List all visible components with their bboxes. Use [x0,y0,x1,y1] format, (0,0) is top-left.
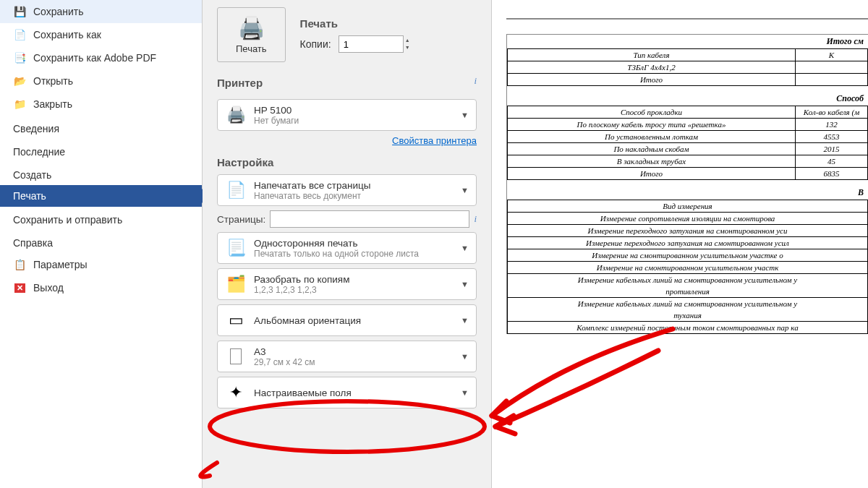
open-icon: 📂 [13,74,26,87]
orientation-select[interactable]: ▭ Альбомная ориентация ▼ [217,304,477,336]
menu-label: Выход [33,282,64,294]
printer-device-icon: 🖨️ [225,104,247,126]
page-icon [225,346,247,367]
pages-label: Страницы: [217,214,265,225]
close-folder-icon: 📁 [13,98,26,111]
menu-recent[interactable]: Последние [0,139,202,162]
collate-icon: 🗂️ [225,273,247,295]
print-section-title: Печать [300,17,477,30]
chevron-down-icon: ▼ [461,280,469,288]
duplex-icon: 📃 [225,237,247,259]
print-preview: Итого см Тип кабеляК ТЗБлГ 4x4x1,2 Итого… [492,0,868,488]
landscape-icon: ▭ [225,309,247,331]
spin-down-icon[interactable]: ▼ [405,44,410,51]
printer-properties-link[interactable]: Свойства принтера [217,135,477,146]
chevron-down-icon: ▼ [461,111,469,119]
paper-main: A3 [254,346,461,357]
range-sub: Напечатать весь документ [254,191,461,201]
copies-spinner[interactable]: ▲▼ [339,35,410,53]
menu-exit[interactable]: ✕Выход [0,276,202,299]
info-icon[interactable]: i [474,213,477,225]
pdf-icon: 📑 [13,51,26,64]
save-icon: 💾 [13,5,26,18]
printer-section-title: Принтер [217,77,263,89]
save-as-icon: 📄 [13,28,26,41]
info-icon[interactable]: i [474,75,477,87]
menu-label: Сохранить [33,6,84,17]
menu-save[interactable]: 💾Сохранить [0,0,202,23]
menu-label: Сохранить как [33,29,101,40]
doc-heading: Итого см [507,35,868,48]
printer-name: HP 5100 [254,105,461,116]
copies-input[interactable] [339,35,404,53]
options-icon: 📋 [13,258,26,271]
chevron-down-icon: ▼ [461,352,469,361]
collate-main: Разобрать по копиям [254,274,461,285]
margins-select[interactable]: ✦ Настраиваемые поля ▼ [217,377,477,408]
margins-main: Настраиваемые поля [254,388,461,398]
print-button-label: Печать [236,43,267,54]
pages-icon: 📄 [225,179,247,201]
collate-sub: 1,2,3 1,2,3 1,2,3 [254,285,461,295]
printer-select[interactable]: 🖨️ HP 5100 Нет бумаги ▼ [217,99,477,131]
menu-print[interactable]: Печать [0,185,202,207]
collate-select[interactable]: 🗂️ Разобрать по копиям 1,2,3 1,2,3 1,2,3… [217,268,477,300]
document-preview: Итого см Тип кабеляК ТЗБлГ 4x4x1,2 Итого… [506,34,868,334]
printer-icon: 🖨️ [236,15,267,40]
backstage-sidebar: 💾Сохранить 📄Сохранить как 📑Сохранить как… [0,0,203,488]
menu-save-as[interactable]: 📄Сохранить как [0,23,202,46]
menu-save-send[interactable]: Сохранить и отправить [0,207,202,230]
duplex-main: Односторонняя печать [254,238,461,249]
menu-label: Открыть [33,75,73,87]
doc-table-1: Тип кабеляК ТЗБлГ 4x4x1,2 Итого [507,48,868,86]
pages-input[interactable] [270,210,469,228]
chevron-down-icon: ▼ [461,316,469,325]
print-button[interactable]: 🖨️ Печать [217,7,286,62]
paper-sub: 29,7 см x 42 см [254,357,461,367]
menu-label: Параметры [33,259,88,270]
chevron-down-icon: ▼ [461,388,469,397]
menu-info[interactable]: Сведения [0,116,202,139]
menu-label: Печать [13,190,46,202]
doc-table-2: Способ прокладкиКол-во кабеля (м По плос… [507,106,868,180]
menu-create[interactable]: Создать [0,162,202,185]
menu-open[interactable]: 📂Открыть [0,69,202,93]
doc-col-header: Вид измерения [508,200,867,213]
range-main: Напечатать все страницы [254,180,461,191]
printer-status: Нет бумаги [254,116,461,126]
print-range-select[interactable]: 📄 Напечатать все страницы Напечатать вес… [217,174,477,206]
chevron-down-icon: ▼ [461,186,469,194]
chevron-down-icon: ▼ [461,244,469,252]
orient-main: Альбомная ориентация [254,315,461,326]
menu-options[interactable]: 📋Параметры [0,253,202,276]
doc-heading: Способ [507,92,868,106]
settings-section-title: Настройка [217,156,477,168]
copies-label: Копии: [300,38,331,50]
spin-up-icon[interactable]: ▲ [405,37,410,44]
duplex-sub: Печатать только на одной стороне листа [254,249,461,259]
menu-help[interactable]: Справка [0,230,202,253]
margins-icon: ✦ [225,382,247,403]
doc-heading: В [507,186,868,200]
exit-icon: ✕ [13,281,26,294]
menu-label: Закрыть [33,98,72,110]
menu-save-pdf[interactable]: 📑Сохранить как Adobe PDF [0,46,202,69]
duplex-select[interactable]: 📃 Односторонняя печать Печатать только н… [217,232,477,264]
menu-close[interactable]: 📁Закрыть [0,93,202,116]
menu-label: Сохранить как Adobe PDF [33,52,156,64]
print-settings-pane: 🖨️ Печать Печать Копии: ▲▼ Принтерi 🖨️ H… [203,0,492,488]
paper-size-select[interactable]: A3 29,7 см x 42 см ▼ [217,341,477,372]
